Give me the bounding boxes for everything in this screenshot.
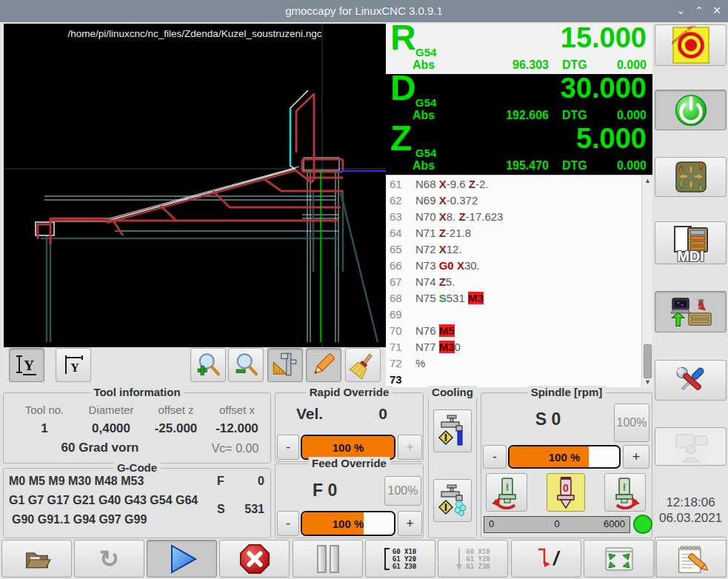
run-program-button[interactable] <box>147 540 217 578</box>
rapid-override-panel: Rapid Override Vel. 0 - 100 % + <box>275 392 424 462</box>
settings-button[interactable] <box>655 360 727 401</box>
machine-on-button[interactable] <box>655 90 727 130</box>
dro-axis-z[interactable]: Z G54 5.000 Abs 195.470 DTG 0.000 <box>386 124 652 175</box>
line-code: N70 X8. Z-17.623 <box>415 209 503 225</box>
rapid-override-slider[interactable]: 100 % <box>301 435 395 460</box>
dro-abs-label: Abs <box>413 109 435 122</box>
panel-title: Tool information <box>90 386 184 398</box>
offset-x-header: offset x <box>207 404 267 416</box>
folder-icon <box>22 546 52 572</box>
diameter-header: Diameter <box>78 404 144 416</box>
gcode-line[interactable]: 73 <box>386 372 641 387</box>
run-from-line: G1 Y20 <box>466 555 490 563</box>
gcode-line[interactable]: 68N75 S531 M3 <box>386 290 641 307</box>
feed-plus-button[interactable]: + <box>398 511 422 536</box>
gcode-line[interactable]: 72% <box>386 355 641 372</box>
clear-plot-button[interactable] <box>345 348 381 382</box>
feed-readout: F 0 <box>313 481 337 501</box>
plus-label: + <box>632 449 641 465</box>
dro-value: 15.000 <box>561 22 647 54</box>
slash-glyph: / <box>553 547 558 570</box>
spindle-stop-button[interactable]: 0 <box>547 473 585 512</box>
gcode-line[interactable]: 67N74 Z5. <box>386 274 641 290</box>
skip-block-button[interactable]: / <box>511 540 581 578</box>
maximize-icon[interactable]: ⌃ <box>690 0 708 22</box>
spindle-override-slider[interactable]: 100 % <box>508 445 621 469</box>
mode-jog-button[interactable] <box>655 157 727 197</box>
mode-auto-button[interactable] <box>655 291 727 332</box>
rapid-plus-button[interactable]: + <box>398 435 422 460</box>
dro-axis-d[interactable]: D G54 30.000 Abs 192.606 DTG 0.000 <box>386 74 652 124</box>
feed-override-panel: Feed Override F 0 100% - 100 % + <box>275 463 424 538</box>
gcode-preview-canvas[interactable]: /home/pi/linuxcnc/nc_files/Zdenda/Kuzel_… <box>4 24 386 347</box>
mist-coolant-button[interactable] <box>433 479 472 522</box>
line-number: 61 <box>386 176 415 193</box>
close-icon[interactable]: ✕ <box>708 0 726 22</box>
gcode-scrollbar[interactable]: ▲ ▼ <box>641 175 652 387</box>
power-icon <box>672 92 709 129</box>
window-title: gmoccapy for LinuxCNC 3.0.9.1 <box>0 0 728 22</box>
edit-gcode-button[interactable] <box>656 540 727 578</box>
line-number: 70 <box>386 323 415 339</box>
reset-label: 100% <box>388 484 418 498</box>
spindle-plus-button[interactable]: + <box>623 445 649 469</box>
flood-coolant-button[interactable] <box>433 409 472 452</box>
gcode-line[interactable]: 66N73 G0 X30. <box>386 258 641 274</box>
scroll-down-icon[interactable]: ▼ <box>642 377 653 387</box>
gcode-line[interactable]: 64N71 Z-21.8 <box>386 225 641 241</box>
gcode-line[interactable]: 69 <box>386 307 641 323</box>
scroll-up-icon[interactable]: ▲ <box>642 175 653 186</box>
open-file-button[interactable] <box>1 540 72 578</box>
feed-override-slider[interactable]: 100 % <box>301 511 395 536</box>
fullscreen-button[interactable] <box>584 540 654 578</box>
line-number: 62 <box>386 193 415 209</box>
view-y2-button[interactable]: Y <box>56 348 91 382</box>
scrollbar-thumb[interactable] <box>644 344 652 378</box>
gcode-line[interactable]: 71N77 M30 <box>386 339 641 355</box>
flood-coolant-icon <box>437 414 468 448</box>
gcode-line[interactable]: 61N68 X-9.6 Z-2. <box>386 176 641 193</box>
gcode-listing[interactable]: 61N68 X-9.6 Z-2.62N69 X-0.37263N70 X8. Z… <box>386 175 652 387</box>
line-code: N77 M30 <box>415 339 461 355</box>
gcode-line[interactable]: 65N72 X12. <box>386 241 641 258</box>
dro-letter: R <box>390 17 416 58</box>
zoom-out-button[interactable] <box>228 348 264 382</box>
gcode-line[interactable]: 62N69 X-0.372 <box>386 193 641 209</box>
spindle-minus-button[interactable]: - <box>483 445 507 469</box>
pencil-icon <box>310 351 338 379</box>
speed-value: 531 <box>244 503 264 516</box>
view-y-button[interactable]: Y <box>9 348 44 382</box>
run-from-line-button[interactable]: G0 X10 G1 Y20 G1 Z30 <box>438 540 508 578</box>
rapid-minus-button[interactable]: - <box>277 435 299 460</box>
zoom-in-button[interactable] <box>190 348 226 382</box>
zoom-in-icon <box>194 351 222 379</box>
spindle-ccw-button[interactable]: I <box>486 473 527 512</box>
gcode-line[interactable]: 63N70 X8. Z-17.623 <box>386 209 641 225</box>
spindle-right-icon: I <box>608 475 642 509</box>
spindle-cw-button[interactable]: I <box>604 473 646 512</box>
reload-file-button[interactable]: ↻ <box>74 540 144 578</box>
user-settings-button[interactable] <box>655 427 727 466</box>
pause-program-button[interactable] <box>293 540 363 578</box>
dro-axis-r[interactable]: R G54 15.000 Abs 96.303 DTG 0.000 <box>386 24 652 74</box>
mode-mdi-button[interactable]: MDI <box>655 221 727 264</box>
line-number: 73 <box>386 372 415 387</box>
tools-icon <box>672 363 710 398</box>
step-button[interactable]: G0 X10 G1 Y20 G1 Z30 <box>365 540 435 578</box>
draw-dimensions-button[interactable] <box>306 348 341 382</box>
spindle-reset-button[interactable]: 100% <box>614 404 649 442</box>
line-code: N69 X-0.372 <box>415 193 478 209</box>
gcode-line[interactable]: 70N76 M5 <box>386 323 641 339</box>
feed-minus-button[interactable]: - <box>277 511 299 536</box>
line-code: N76 M5 <box>415 323 455 339</box>
pause-icon <box>313 543 343 575</box>
velocity-label: Vel. <box>296 405 323 423</box>
minimize-icon[interactable]: ⌄ <box>672 0 689 22</box>
stop-program-button[interactable] <box>219 540 290 578</box>
estop-button[interactable]: Emergency-Stop <box>655 24 727 66</box>
line-number: 68 <box>386 290 415 307</box>
tool-no-header: Tool no. <box>11 404 78 416</box>
measure-tool-button[interactable] <box>267 348 303 382</box>
line-number: 66 <box>386 258 415 274</box>
feed-reset-button[interactable]: 100% <box>384 476 421 506</box>
